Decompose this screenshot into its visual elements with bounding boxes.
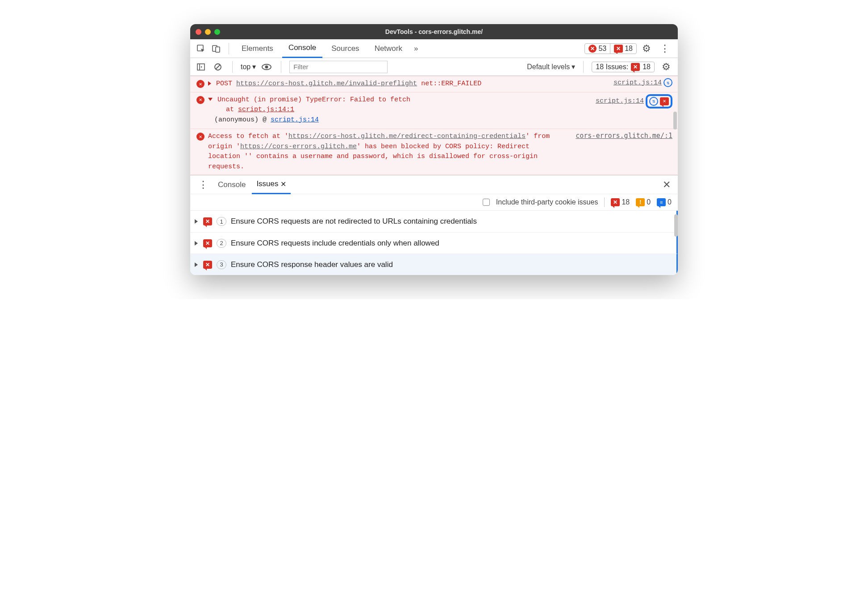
context-selector[interactable]: top ▾ (241, 62, 256, 71)
sidebar-toggle-icon[interactable] (195, 61, 207, 73)
svg-marker-5 (201, 66, 202, 68)
issues-count: 18 (625, 45, 633, 53)
cors-origin-url[interactable]: https://cors-errors.glitch.me (240, 143, 357, 150)
expand-icon[interactable] (195, 219, 198, 224)
minimize-window-button[interactable] (205, 29, 211, 35)
network-request-icon[interactable]: ⇅ (649, 97, 658, 106)
issues-scrollbar[interactable] (674, 214, 678, 237)
cors-text-1: Access to fetch at ' (208, 133, 288, 140)
error-count[interactable]: 18 (611, 198, 630, 206)
device-toggle-icon[interactable] (210, 42, 222, 55)
request-url[interactable]: https://cors-host.glitch.me/invalid-pref… (236, 80, 417, 88)
issue-count-badge: 1 (217, 217, 226, 226)
source-link[interactable]: script.js:14 (596, 97, 644, 105)
warning-icon (636, 198, 645, 206)
maximize-window-button[interactable] (214, 29, 220, 35)
drawer-tab-issues[interactable]: Issues ✕ (252, 175, 290, 194)
issue-row[interactable]: 3 Ensure CORS response header values are… (190, 254, 678, 275)
console-error-row[interactable]: Uncaught (in promise) TypeError: Failed … (190, 92, 678, 129)
separator (281, 61, 281, 73)
separator (583, 61, 584, 73)
expand-icon[interactable] (195, 241, 198, 246)
console-error-row[interactable]: Access to fetch at 'https://cors-host.gl… (190, 129, 678, 175)
svg-line-7 (216, 65, 220, 69)
cors-url-1a[interactable]: https://cors-host.glitch.me/redi (288, 133, 417, 140)
tab-console[interactable]: Console (282, 39, 322, 58)
error-issue-badges: 53 18 (584, 43, 637, 54)
error-icon (196, 133, 204, 141)
tab-more[interactable]: » (411, 39, 421, 58)
message-body: Uncaught (in promise) TypeError: Failed … (208, 95, 658, 125)
error-icon (588, 45, 597, 53)
tab-sources[interactable]: Sources (325, 39, 365, 58)
clear-console-icon[interactable] (212, 61, 224, 73)
issue-icon (611, 198, 620, 206)
issue-title: Ensure CORS requests include credentials… (231, 239, 439, 248)
expand-icon[interactable] (208, 81, 211, 86)
issue-icon (203, 261, 212, 269)
include-third-party-checkbox[interactable] (483, 199, 490, 206)
cors-url-1b[interactable]: rect-containing-credentials (417, 133, 526, 140)
errors-badge[interactable]: 53 (585, 44, 610, 54)
console-error-row[interactable]: POST https://cors-host.glitch.me/invalid… (190, 76, 678, 92)
highlighted-issue-link: ⇅ (646, 94, 672, 108)
info-count[interactable]: ≡ 0 (657, 198, 672, 206)
console-toolbar: top ▾ Default levels ▾ 18 Issues: 18 ⚙ (190, 58, 678, 76)
separator (604, 197, 605, 207)
issues-label: 18 Issues: (596, 63, 628, 71)
drawer-tabs: ⋮ Console Issues ✕ ✕ (190, 175, 678, 194)
console-scrollbar[interactable] (673, 112, 677, 129)
console-settings-icon[interactable]: ⚙ (659, 61, 673, 73)
stack-location[interactable]: script.js:14:1 (238, 106, 294, 113)
source-link[interactable]: cors-errors.glitch.me/:1 (576, 132, 672, 140)
issues-button-count: 18 (643, 63, 651, 71)
error-icon (196, 80, 204, 88)
issue-icon[interactable] (660, 97, 669, 105)
expand-icon[interactable] (195, 262, 198, 267)
close-drawer-icon[interactable]: ✕ (660, 179, 673, 191)
close-tab-icon[interactable]: ✕ (280, 180, 286, 188)
error-icon (196, 96, 204, 104)
errors-count: 53 (598, 45, 606, 53)
log-levels-selector[interactable]: Default levels ▾ (527, 62, 575, 71)
issue-row[interactable]: 2 Ensure CORS requests include credentia… (190, 232, 678, 254)
filter-input[interactable] (289, 61, 388, 73)
http-method: POST (216, 80, 232, 88)
drawer-tab-issues-label: Issues (256, 179, 278, 188)
inspect-element-icon[interactable] (195, 42, 207, 55)
stack-anon-link[interactable]: script.js:14 (271, 116, 319, 124)
window-title: DevTools - cors-errors.glitch.me/ (190, 28, 678, 35)
warning-count[interactable]: 0 (636, 198, 651, 206)
error-count-value: 18 (622, 198, 630, 206)
chevron-down-icon: ▾ (252, 62, 256, 71)
issue-icon (203, 217, 212, 225)
window-controls (196, 29, 220, 35)
stack-at: at (208, 106, 238, 113)
issue-icon (631, 63, 640, 71)
issue-row[interactable]: 1 Ensure CORS requests are not redirecte… (190, 211, 678, 232)
issues-button[interactable]: 18 Issues: 18 (592, 62, 655, 72)
console-messages: POST https://cors-host.glitch.me/invalid… (190, 76, 678, 175)
settings-gear-icon[interactable]: ⚙ (639, 43, 654, 54)
issue-icon (203, 239, 212, 247)
devtools-window: DevTools - cors-errors.glitch.me/ Elemen… (190, 24, 678, 275)
drawer-tab-console[interactable]: Console (213, 175, 250, 194)
issues-badge[interactable]: 18 (610, 44, 636, 54)
collapse-icon[interactable] (208, 98, 213, 101)
separator (229, 43, 229, 54)
info-icon: ≡ (657, 198, 666, 206)
issue-count-badge: 3 (217, 260, 226, 269)
live-expression-icon[interactable] (260, 61, 273, 73)
error-code: net::ERR_FAILED (421, 80, 481, 88)
drawer-menu-icon[interactable]: ⋮ (195, 179, 212, 191)
tab-elements[interactable]: Elements (235, 39, 280, 58)
more-menu-icon[interactable]: ⋮ (656, 43, 673, 54)
message-body: POST https://cors-host.glitch.me/invalid… (208, 79, 658, 89)
tab-network[interactable]: Network (368, 39, 409, 58)
stack-anonymous: (anonymous) @ (208, 116, 271, 124)
warning-count-value: 0 (647, 198, 651, 206)
source-link[interactable]: script.js:14 (613, 79, 662, 87)
issues-toolbar: Include third-party cookie issues 18 0 ≡… (190, 194, 678, 211)
network-request-icon[interactable]: ⇅ (664, 78, 672, 87)
close-window-button[interactable] (196, 29, 201, 35)
